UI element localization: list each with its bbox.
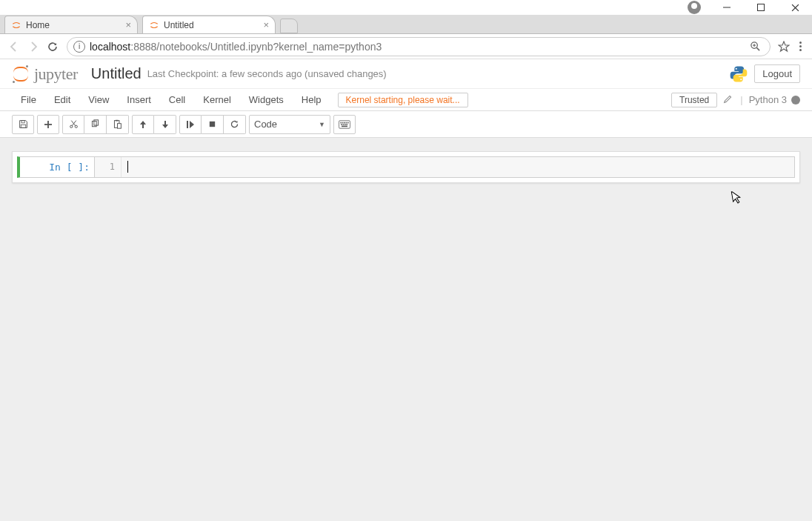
svg-rect-32 (346, 124, 347, 125)
tab-close-icon[interactable]: × (263, 19, 269, 30)
move-down-button[interactable] (154, 115, 176, 134)
svg-point-6 (736, 67, 737, 69)
window-titlebar (0, 0, 812, 15)
tab-title: Home (26, 20, 50, 30)
menu-kernel[interactable]: Kernel (194, 89, 240, 110)
user-avatar-icon[interactable] (688, 1, 701, 14)
svg-rect-25 (342, 122, 344, 123)
nav-reload-button[interactable] (43, 37, 62, 56)
jupyter-favicon-icon (149, 20, 159, 30)
notebook-container: In [ ]: 1 (12, 151, 800, 183)
nav-back-button[interactable] (4, 37, 24, 56)
nav-forward-button[interactable] (24, 37, 43, 56)
notebook-toolbar: Code ▼ (0, 111, 812, 138)
svg-rect-28 (347, 122, 349, 123)
svg-rect-1 (758, 4, 765, 11)
svg-rect-20 (118, 124, 122, 129)
dropdown-caret-icon: ▼ (319, 121, 325, 128)
cut-button[interactable] (62, 115, 84, 134)
command-palette-button[interactable] (333, 115, 356, 134)
svg-rect-19 (116, 120, 118, 122)
menu-edit[interactable]: Edit (45, 89, 79, 110)
checkpoint-suffix: (unsaved changes) (302, 68, 387, 79)
checkpoint-time: a few seconds ago (222, 68, 302, 79)
jupyter-logo-icon (12, 65, 30, 83)
url-port: :8888 (130, 41, 156, 53)
kernel-status-message: Kernel starting, please wait... (338, 93, 468, 107)
restart-button[interactable] (224, 115, 246, 134)
run-button[interactable] (179, 115, 202, 134)
kernel-indicator-icon (791, 96, 800, 104)
notebook-menubar: File Edit View Insert Cell Kernel Widget… (0, 89, 812, 111)
separator: | (740, 94, 742, 105)
svg-rect-31 (345, 124, 346, 125)
svg-rect-24 (340, 122, 342, 123)
menu-insert[interactable]: Insert (118, 89, 160, 110)
menu-help[interactable]: Help (293, 89, 330, 110)
svg-rect-22 (210, 122, 215, 127)
jupyter-header: jupyter Untitled Last Checkpoint: a few … (0, 59, 812, 89)
code-cell[interactable]: In [ ]: 1 (17, 156, 795, 178)
jupyter-logo-text: jupyter (34, 64, 78, 84)
jupyter-favicon-icon (11, 20, 21, 30)
url-host: localhost (90, 41, 130, 53)
url-path: /notebooks/Untitled.ipynb?kernel_name=py… (156, 41, 382, 53)
notebook-title[interactable]: Untitled (91, 65, 142, 82)
save-button[interactable] (12, 115, 34, 134)
svg-rect-9 (21, 125, 26, 127)
bookmark-star-icon[interactable] (775, 41, 793, 53)
tab-title: Untitled (164, 20, 194, 30)
menu-widgets[interactable]: Widgets (240, 89, 293, 110)
svg-rect-21 (187, 121, 188, 128)
insert-cell-button[interactable] (37, 115, 59, 134)
svg-point-7 (740, 79, 742, 80)
trusted-indicator[interactable]: Trusted (671, 93, 717, 107)
code-input-area[interactable]: 1 (94, 157, 794, 177)
svg-rect-26 (344, 122, 345, 123)
text-cursor (127, 161, 128, 173)
browser-menu-button[interactable] (793, 42, 808, 51)
svg-line-3 (756, 47, 759, 50)
menu-cell[interactable]: Cell (160, 89, 194, 110)
notebook-area: In [ ]: 1 (0, 138, 812, 521)
python-logo-icon (729, 64, 748, 84)
tab-close-icon[interactable]: × (125, 19, 131, 30)
move-up-button[interactable] (132, 115, 154, 134)
svg-rect-8 (21, 121, 24, 123)
jupyter-logo[interactable]: jupyter (12, 64, 78, 84)
input-prompt: In [ ]: (20, 157, 94, 177)
site-info-icon[interactable]: i (73, 41, 85, 53)
window-close-button[interactable] (778, 0, 812, 15)
new-tab-button[interactable] (280, 19, 298, 33)
edit-mode-icon (723, 94, 733, 106)
svg-rect-29 (341, 124, 342, 125)
checkpoint-prefix: Last Checkpoint: (147, 68, 222, 79)
svg-rect-27 (346, 122, 347, 123)
svg-rect-33 (342, 125, 347, 127)
menu-file[interactable]: File (12, 89, 45, 110)
menu-view[interactable]: View (79, 89, 118, 110)
browser-tab-home[interactable]: Home × (4, 16, 138, 33)
url-text: localhost:8888/notebooks/Untitled.ipynb?… (90, 41, 382, 53)
window-maximize-button[interactable] (744, 0, 778, 15)
cell-type-dropdown[interactable]: Code ▼ (249, 115, 330, 134)
browser-tab-untitled[interactable]: Untitled × (142, 16, 276, 33)
logout-button[interactable]: Logout (754, 64, 800, 83)
interrupt-button[interactable] (202, 115, 224, 134)
window-minimize-button[interactable] (710, 0, 744, 15)
svg-rect-0 (723, 7, 731, 8)
line-number-gutter: 1 (95, 157, 122, 177)
cell-type-value: Code (254, 119, 277, 130)
checkpoint-info: Last Checkpoint: a few seconds ago (unsa… (147, 68, 387, 79)
zoom-icon[interactable] (746, 41, 764, 52)
paste-button[interactable] (107, 115, 129, 134)
kernel-name-label[interactable]: Python 3 (749, 94, 787, 105)
svg-rect-30 (343, 124, 345, 125)
browser-toolbar: i localhost:8888/notebooks/Untitled.ipyn… (0, 34, 812, 59)
address-bar[interactable]: i localhost:8888/notebooks/Untitled.ipyn… (67, 37, 771, 56)
browser-tabstrip: Home × Untitled × (0, 15, 812, 34)
code-editor[interactable] (122, 157, 794, 177)
copy-button[interactable] (84, 115, 107, 134)
